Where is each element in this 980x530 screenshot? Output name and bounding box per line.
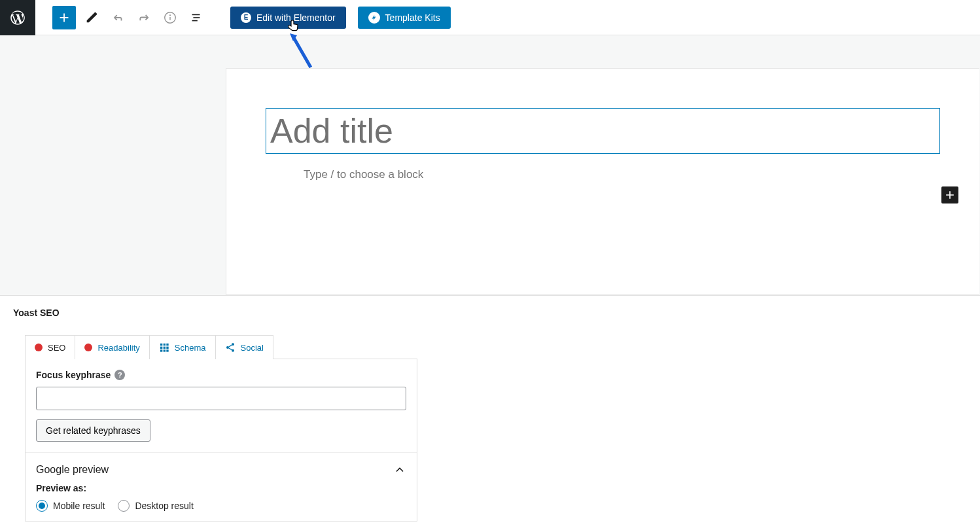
- schema-grid-icon: [159, 342, 169, 353]
- plus-icon: [943, 188, 956, 202]
- focus-keyphrase-input[interactable]: [36, 387, 406, 410]
- svg-rect-13: [163, 349, 165, 351]
- outline-button[interactable]: [184, 6, 208, 29]
- svg-rect-11: [166, 347, 168, 349]
- tools-button[interactable]: [80, 6, 103, 29]
- radio-checked-icon: [36, 500, 48, 512]
- post-title-input[interactable]: Add title: [266, 108, 940, 154]
- tab-social[interactable]: Social: [215, 335, 273, 359]
- undo-button[interactable]: [106, 6, 130, 29]
- redo-button[interactable]: [132, 6, 156, 29]
- chevron-up-icon: [393, 463, 406, 476]
- svg-point-16: [226, 346, 229, 349]
- svg-point-2: [170, 14, 171, 15]
- radio-mobile-result[interactable]: Mobile result: [36, 500, 105, 512]
- svg-rect-14: [166, 349, 168, 351]
- svg-rect-12: [160, 349, 162, 351]
- pencil-icon: [84, 10, 99, 25]
- tab-seo[interactable]: SEO: [25, 335, 75, 359]
- tab-schema[interactable]: Schema: [149, 335, 216, 359]
- google-preview-toggle[interactable]: Google preview: [26, 453, 417, 483]
- yoast-panel-title: Yoast SEO: [13, 308, 967, 318]
- focus-keyphrase-section: Focus keyphrase ? Get related keyphrases: [26, 359, 417, 453]
- editor-toolbar: E Edit with Elementor Template Kits: [0, 0, 980, 35]
- undo-icon: [111, 10, 125, 25]
- svg-point-17: [232, 349, 234, 352]
- radio-unchecked-icon: [118, 500, 130, 512]
- edit-with-elementor-button[interactable]: E Edit with Elementor: [230, 7, 346, 29]
- plus-icon: [57, 10, 71, 25]
- share-icon: [225, 342, 236, 353]
- template-kits-icon: [368, 12, 380, 24]
- tab-seo-label: SEO: [48, 343, 65, 353]
- yoast-tab-content: Focus keyphrase ? Get related keyphrases…: [25, 359, 417, 521]
- redo-icon: [137, 10, 151, 25]
- svg-rect-7: [163, 344, 165, 345]
- help-icon[interactable]: ?: [114, 370, 125, 380]
- list-outline-icon: [189, 10, 203, 25]
- block-appender-prompt[interactable]: Type / to choose a block: [266, 168, 940, 181]
- add-block-toggle-button[interactable]: [52, 6, 76, 29]
- radio-mobile-label: Mobile result: [53, 501, 105, 511]
- elementor-icon: E: [241, 12, 251, 23]
- wordpress-icon: [9, 9, 26, 26]
- radio-desktop-label: Desktop result: [135, 501, 193, 511]
- get-related-keyphrases-button[interactable]: Get related keyphrases: [36, 419, 150, 442]
- preview-radio-group: Mobile result Desktop result: [26, 500, 417, 521]
- svg-rect-8: [166, 344, 168, 345]
- focus-keyphrase-label-text: Focus keyphrase: [36, 370, 111, 380]
- yoast-seo-panel: Yoast SEO SEO Readability Schema Social …: [0, 295, 980, 521]
- yoast-tabs: SEO Readability Schema Social: [25, 335, 967, 359]
- template-kits-button[interactable]: Template Kits: [358, 7, 451, 29]
- svg-rect-9: [160, 347, 162, 349]
- info-icon: [163, 10, 177, 25]
- editor-canvas-area: Add title Type / to choose a block: [0, 35, 980, 295]
- status-dot-red-icon: [84, 344, 92, 351]
- tab-social-label: Social: [241, 343, 264, 353]
- status-dot-red-icon: [35, 344, 43, 351]
- tab-readability-label: Readability: [97, 343, 139, 353]
- tab-readability[interactable]: Readability: [75, 335, 149, 359]
- info-button[interactable]: [158, 6, 182, 29]
- post-canvas: Add title Type / to choose a block: [226, 68, 979, 295]
- tab-schema-label: Schema: [175, 343, 206, 353]
- template-kits-label: Template Kits: [385, 12, 440, 23]
- wordpress-logo[interactable]: [0, 0, 35, 35]
- radio-desktop-result[interactable]: Desktop result: [118, 500, 193, 512]
- svg-point-15: [232, 343, 234, 345]
- edit-with-elementor-label: Edit with Elementor: [256, 12, 336, 23]
- focus-keyphrase-label: Focus keyphrase ?: [36, 370, 406, 380]
- svg-rect-6: [160, 344, 162, 345]
- preview-as-label: Preview as:: [26, 483, 417, 500]
- add-block-inline-button[interactable]: [941, 186, 958, 203]
- google-preview-title: Google preview: [36, 464, 109, 476]
- svg-rect-10: [163, 347, 165, 349]
